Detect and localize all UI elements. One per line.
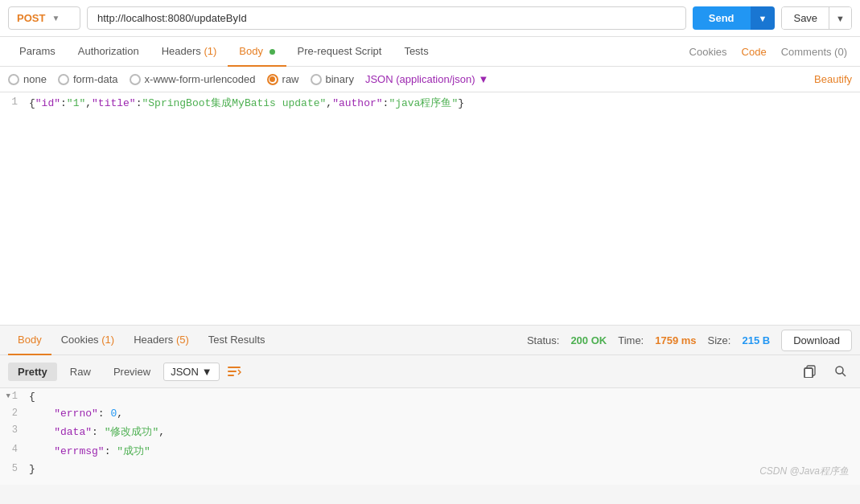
- time-label: Time:: [618, 334, 644, 346]
- response-json-select[interactable]: JSON ▼: [163, 363, 220, 381]
- resp-line-2: 2 "errno": 0,: [0, 405, 860, 422]
- code-link[interactable]: Code: [737, 38, 772, 66]
- send-arrow-button[interactable]: ▼: [751, 6, 776, 30]
- resp-tab-cookies[interactable]: Cookies (1): [51, 326, 124, 355]
- resp-line-4: 4 "errmsg": "成功": [0, 441, 860, 461]
- search-icon[interactable]: [829, 360, 852, 383]
- tab-headers[interactable]: Headers (1): [150, 37, 228, 67]
- resp-line-num-5: 5: [0, 461, 24, 477]
- json-type-select[interactable]: JSON (application/json) ▼: [365, 73, 488, 85]
- tab-tests[interactable]: Tests: [393, 37, 439, 67]
- radio-formdata-icon: [58, 74, 69, 85]
- status-value: 200 OK: [570, 334, 607, 346]
- response-right-icons: [799, 360, 852, 383]
- resp-content-2: "errno": 0,: [24, 405, 860, 422]
- watermark: CSDN @Java程序鱼: [759, 465, 849, 478]
- size-value: 215 B: [742, 334, 770, 346]
- response-meta: Status: 200 OK Time: 1759 ms Size: 215 B…: [527, 330, 852, 351]
- response-header-bar: Body Cookies (1) Headers (5) Test Result…: [0, 326, 860, 355]
- resp-headers-count: (5): [176, 334, 189, 346]
- save-button-group: Save ▼: [781, 6, 852, 30]
- body-dot-icon: [270, 49, 275, 55]
- size-label: Size:: [708, 334, 731, 346]
- svg-rect-0: [228, 367, 241, 368]
- send-button-group: Send ▼: [693, 6, 776, 30]
- tab-params[interactable]: Params: [8, 37, 67, 67]
- comments-link[interactable]: Comments (0): [776, 38, 852, 66]
- request-editor[interactable]: 1 {"id":"1","title":"SpringBoot集成MyBatis…: [0, 92, 860, 326]
- resp-tab-test-results[interactable]: Test Results: [199, 326, 275, 355]
- resp-content-4: "errmsg": "成功": [24, 441, 860, 461]
- tab-authorization[interactable]: Authorization: [67, 37, 150, 67]
- fmt-preview[interactable]: Preview: [104, 363, 160, 381]
- body-options-bar: none form-data x-www-form-urlencoded raw…: [0, 67, 860, 92]
- resp-content-1: {: [24, 388, 860, 405]
- method-label: POST: [17, 12, 45, 24]
- svg-rect-4: [804, 368, 813, 378]
- copy-icon[interactable]: [799, 360, 821, 383]
- resp-cookies-count: (1): [101, 334, 114, 346]
- top-bar: POST ▼ Send ▼ Save ▼: [0, 0, 860, 37]
- option-none[interactable]: none: [8, 73, 47, 85]
- method-chevron-icon: ▼: [51, 14, 60, 23]
- json-type-chevron-icon: ▼: [478, 73, 488, 85]
- svg-line-7: [842, 373, 846, 376]
- wrap-button[interactable]: [223, 360, 245, 383]
- radio-raw-icon: [267, 74, 278, 85]
- option-raw[interactable]: raw: [267, 73, 299, 85]
- beautify-button[interactable]: Beautify: [814, 73, 852, 85]
- right-tabs: Cookies Code Comments (0): [685, 38, 852, 66]
- line-content-1: {"id":"1","title":"SpringBoot集成MyBatis u…: [24, 92, 860, 113]
- radio-none-icon: [8, 74, 19, 85]
- svg-rect-2: [228, 375, 234, 376]
- line-number-1: 1: [0, 92, 24, 111]
- save-arrow-button[interactable]: ▼: [829, 7, 851, 29]
- url-input[interactable]: [87, 6, 686, 30]
- option-urlencoded[interactable]: x-www-form-urlencoded: [130, 73, 256, 85]
- resp-line-num-4: 4: [0, 441, 24, 457]
- send-button[interactable]: Send: [693, 6, 751, 30]
- tab-prerequest[interactable]: Pre-request Script: [286, 37, 393, 67]
- collapse-arrow-icon[interactable]: ▼: [6, 392, 10, 400]
- time-value: 1759 ms: [655, 334, 696, 346]
- radio-urlencoded-icon: [130, 74, 141, 85]
- json-select-chevron-icon: ▼: [202, 366, 212, 378]
- resp-line-num-1: ▼ 1: [0, 388, 24, 404]
- headers-count: (1): [204, 45, 216, 57]
- resp-content-5: }: [24, 461, 860, 477]
- resp-line-5: 5 }: [0, 461, 860, 477]
- download-button[interactable]: Download: [781, 330, 852, 351]
- response-format-bar: Pretty Raw Preview JSON ▼: [0, 355, 860, 388]
- radio-binary-icon: [311, 74, 322, 85]
- request-tab-nav: Params Authorization Headers (1) Body Pr…: [0, 37, 860, 67]
- option-form-data[interactable]: form-data: [58, 73, 118, 85]
- editor-line-1: 1 {"id":"1","title":"SpringBoot集成MyBatis…: [0, 92, 860, 113]
- save-button[interactable]: Save: [782, 7, 829, 29]
- resp-tab-body[interactable]: Body: [8, 326, 51, 355]
- method-select[interactable]: POST ▼: [8, 6, 80, 30]
- resp-line-num-3: 3: [0, 422, 24, 438]
- resp-line-num-2: 2: [0, 405, 24, 421]
- option-binary[interactable]: binary: [311, 73, 354, 85]
- response-body: ▼ 1 { 2 "errno": 0, 3 "data": "修改成功", 4 …: [0, 388, 860, 485]
- resp-line-3: 3 "data": "修改成功",: [0, 422, 860, 441]
- status-label: Status:: [527, 334, 559, 346]
- resp-line-1: ▼ 1 {: [0, 388, 860, 405]
- cookies-link[interactable]: Cookies: [685, 38, 732, 66]
- svg-point-6: [836, 367, 843, 374]
- resp-content-3: "data": "修改成功",: [24, 422, 860, 441]
- svg-rect-1: [228, 371, 237, 372]
- tab-body[interactable]: Body: [228, 37, 286, 67]
- fmt-pretty[interactable]: Pretty: [8, 363, 57, 381]
- fmt-raw[interactable]: Raw: [60, 363, 101, 381]
- resp-tab-headers[interactable]: Headers (5): [124, 326, 199, 355]
